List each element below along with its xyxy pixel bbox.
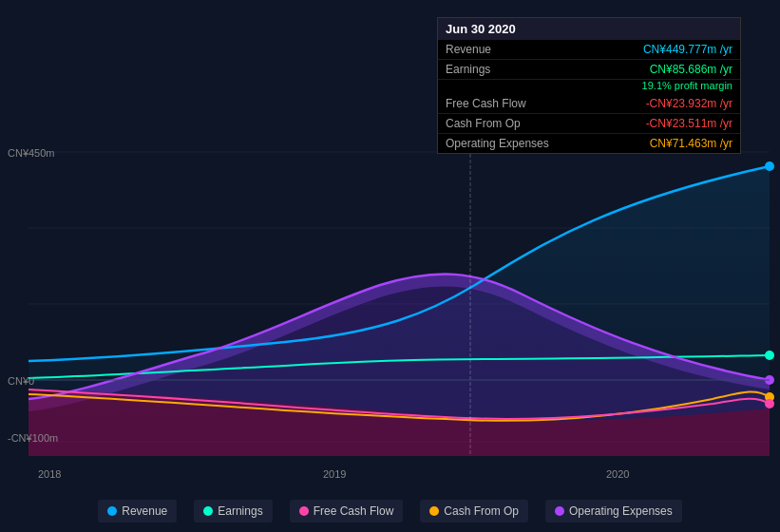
legend-label-opex: Operating Expenses [569,504,673,518]
tooltip-label-opex: Operating Expenses [446,137,549,150]
legend-earnings[interactable]: Earnings [194,500,272,522]
tooltip-value-fcf: -CN¥23.932m /yr [646,97,732,110]
tooltip-profit-margin: 19.1% profit margin [438,80,740,94]
y-label-mid: CN¥0 [8,375,34,387]
tooltip-row-revenue: Revenue CN¥449.777m /yr [438,40,740,60]
svg-point-6 [765,351,774,360]
chart-legend: Revenue Earnings Free Cash Flow Cash Fro… [0,500,780,522]
tooltip-value-opex: CN¥71.463m /yr [650,137,732,150]
tooltip-row-opex: Operating Expenses CN¥71.463m /yr [438,134,740,153]
tooltip-value-cashfromop: -CN¥23.511m /yr [646,117,732,130]
tooltip-title: Jun 30 2020 [438,18,740,40]
chart-container: CN¥450m CN¥0 -CN¥100m 2018 2019 2020 Jun… [0,0,780,532]
tooltip-label-revenue: Revenue [446,43,491,56]
data-tooltip: Jun 30 2020 Revenue CN¥449.777m /yr Earn… [437,17,741,154]
legend-cashfromop[interactable]: Cash From Op [420,500,528,522]
legend-opex[interactable]: Operating Expenses [545,500,682,522]
tooltip-row-cashfromop: Cash From Op -CN¥23.511m /yr [438,114,740,134]
tooltip-value-earnings: CN¥85.686m /yr [650,63,732,76]
tooltip-row-fcf: Free Cash Flow -CN¥23.932m /yr [438,94,740,114]
legend-label-revenue: Revenue [122,504,167,518]
legend-dot-cashfromop [429,506,439,516]
y-label-top: CN¥450m [8,147,55,159]
svg-point-5 [765,162,774,171]
tooltip-value-revenue: CN¥449.777m /yr [643,43,732,56]
tooltip-label-cashfromop: Cash From Op [446,117,521,130]
legend-fcf[interactable]: Free Cash Flow [290,500,404,522]
x-label-2019: 2019 [323,468,346,480]
legend-dot-earnings [203,506,213,516]
legend-dot-fcf [299,506,309,516]
x-label-2018: 2018 [38,468,61,480]
legend-revenue[interactable]: Revenue [98,500,177,522]
x-label-2020: 2020 [606,468,629,480]
svg-point-9 [765,399,774,408]
legend-label-cashfromop: Cash From Op [444,504,519,518]
legend-label-fcf: Free Cash Flow [314,504,394,518]
legend-dot-revenue [107,506,117,516]
legend-dot-opex [555,506,564,516]
tooltip-row-earnings: Earnings CN¥85.686m /yr [438,60,740,80]
y-label-bot: -CN¥100m [8,432,58,444]
tooltip-label-earnings: Earnings [446,63,490,76]
tooltip-label-fcf: Free Cash Flow [446,97,526,110]
legend-label-earnings: Earnings [218,504,262,518]
